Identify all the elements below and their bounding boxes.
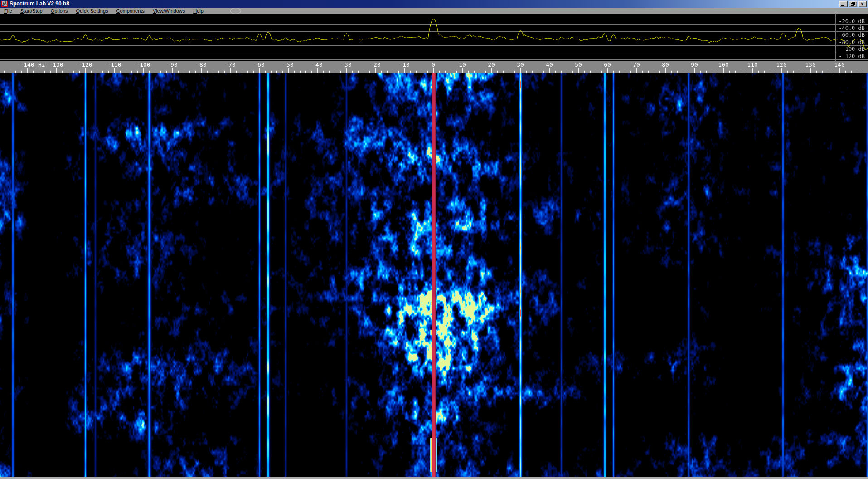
title-bar: Spectrum Lab V2.90 b8 × [0,0,868,8]
restore-button[interactable] [849,1,857,7]
menu-item-start-stop[interactable]: Start/Stop [16,8,47,14]
minimize-icon [841,5,844,6]
menu-item-options[interactable]: Options [47,8,72,14]
window-title: Spectrum Lab V2.90 b8 [10,0,69,8]
menu-item-components[interactable]: Components [112,8,149,14]
menu-item-file[interactable]: File [0,8,16,14]
menu-bar: FileStart/StopOptionsQuick SettingsCompo… [0,8,868,14]
status-ellipse-icon [230,8,241,14]
minimize-button[interactable] [839,1,848,7]
restore-icon [851,2,855,6]
waterfall-spectrogram[interactable] [0,73,868,477]
bottom-scrollbar[interactable] [0,477,868,479]
close-button[interactable]: × [858,1,867,7]
frequency-scale-ruler[interactable] [0,61,868,73]
window-controls: × [839,1,868,7]
menu-item-help[interactable]: Help [189,8,208,14]
spectrum-analyzer-panel[interactable] [0,14,868,61]
menu-item-quick-settings[interactable]: Quick Settings [72,8,112,14]
app-icon[interactable] [1,1,8,7]
close-icon: × [861,2,864,6]
menu-item-view-windows[interactable]: View/Windows [149,8,189,14]
